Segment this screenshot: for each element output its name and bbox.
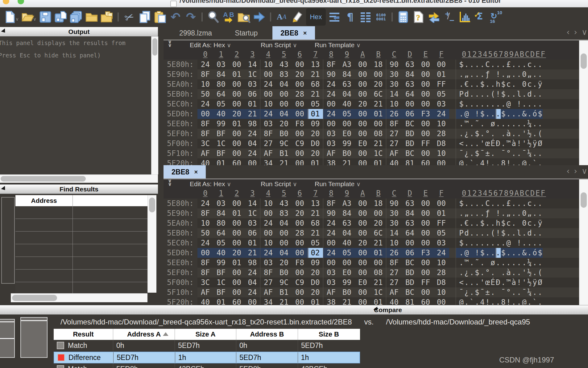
ascii-char[interactable]: . <box>485 89 490 99</box>
hex-byte[interactable]: 24 <box>323 218 339 228</box>
hex-byte[interactable]: 8F <box>386 258 402 268</box>
ascii-char[interactable]: . <box>480 69 485 79</box>
ascii-char[interactable]: . <box>474 158 480 165</box>
hex-byte[interactable]: 00 <box>292 109 308 119</box>
hex-byte[interactable]: 13 <box>308 60 323 69</box>
hex-byte[interactable]: 00 <box>355 218 371 228</box>
ascii-char[interactable]: . <box>532 60 537 69</box>
ascii-char[interactable]: . <box>485 99 490 109</box>
hex-byte[interactable]: 03 <box>260 258 276 268</box>
open-file-icon[interactable] <box>20 9 35 25</box>
ascii-char[interactable]: ™ <box>464 119 469 129</box>
hex-byte[interactable]: 8F <box>260 268 276 278</box>
ascii-char[interactable]: . <box>495 119 501 129</box>
ascii-char[interactable]: „ <box>527 208 532 218</box>
hex-byte[interactable]: 27 <box>386 129 402 139</box>
ascii-char[interactable]: ! <box>485 297 490 305</box>
hex-byte[interactable]: 20 <box>308 148 323 158</box>
hex-byte[interactable]: 00 <box>371 69 386 79</box>
hex-byte[interactable]: 00 <box>355 228 371 238</box>
hex-byte[interactable]: 00 <box>355 129 371 139</box>
ascii-char[interactable]: $ <box>459 60 464 69</box>
ascii-char[interactable]: c <box>506 218 511 228</box>
highlight-icon[interactable] <box>289 9 305 25</box>
hex-byte[interactable]: E0 <box>355 139 371 148</box>
hex-byte[interactable]: 63 <box>339 218 355 228</box>
hex-byte[interactable]: 00 <box>339 119 355 129</box>
ascii-char[interactable]: ø <box>490 119 495 129</box>
ascii-char[interactable]: . <box>464 139 469 148</box>
hex-byte[interactable]: 00 <box>355 248 371 258</box>
hex-byte[interactable]: 00 <box>355 158 371 165</box>
ascii-char[interactable]: É <box>490 139 495 148</box>
hex-byte[interactable]: 8F <box>260 129 276 139</box>
ascii-char[interactable]: . <box>501 129 506 139</box>
hex-byte[interactable]: 24 <box>323 248 339 258</box>
ascii-char[interactable]: ¿ <box>464 148 469 158</box>
collapse-arrow-icon[interactable] <box>1 186 7 192</box>
edit-as-dropdown[interactable]: Edit As: Hex ∨ <box>190 41 231 49</box>
ascii-char[interactable]: ¯ <box>522 287 527 297</box>
ascii-char[interactable]: . <box>469 69 474 79</box>
ascii-char[interactable]: . <box>490 99 495 109</box>
ascii-char[interactable]: . <box>495 158 501 165</box>
hex-byte[interactable]: 26 <box>386 109 402 119</box>
ascii-char[interactable]: . <box>527 297 532 305</box>
hex-byte[interactable]: 80 <box>213 79 229 89</box>
tab-2998.lzma[interactable]: 2998.lzma <box>171 26 220 40</box>
hex-byte[interactable]: 14 <box>245 199 260 208</box>
hex-byte[interactable]: 26 <box>386 248 402 258</box>
ascii-char[interactable]: . <box>537 287 543 297</box>
hex-byte[interactable]: 24 <box>260 218 276 228</box>
hex-byte[interactable]: C9 <box>292 278 308 287</box>
ascii-char[interactable]: . <box>469 89 474 99</box>
hex-byte[interactable]: 00 <box>355 297 371 305</box>
zoom-button[interactable] <box>18 0 24 4</box>
ascii-char[interactable]: . <box>537 297 543 305</box>
hex-byte[interactable]: 24 <box>197 238 213 248</box>
hex-byte[interactable]: 00 <box>418 129 433 139</box>
hex-byte[interactable]: FF <box>433 79 449 89</box>
ascii-char[interactable]: . <box>532 119 537 129</box>
hex-byte[interactable]: 01 <box>371 248 386 258</box>
hex-byte[interactable]: 00 <box>292 287 308 297</box>
ascii-char[interactable]: . <box>522 238 527 248</box>
hex-byte[interactable]: 20 <box>229 248 245 258</box>
hex-byte[interactable]: 24 <box>245 268 260 278</box>
hex-byte[interactable]: 8F <box>197 258 213 268</box>
hex-byte[interactable]: BC <box>402 119 418 129</box>
hex-byte[interactable]: 18 <box>371 199 386 208</box>
ascii-char[interactable]: . <box>511 158 516 165</box>
hex-byte[interactable]: 03 <box>260 119 276 129</box>
hex-byte[interactable]: 14 <box>386 228 402 238</box>
hex-byte[interactable]: 13 <box>308 199 323 208</box>
hex-byte[interactable]: 20 <box>355 238 371 248</box>
find-results-panel-titlebar[interactable]: Find Results <box>0 184 158 194</box>
hex-byte[interactable]: AF <box>260 148 276 158</box>
hex-byte[interactable]: 01 <box>213 297 229 305</box>
hex-byte[interactable]: 03 <box>433 99 449 109</box>
ascii-char[interactable]: P <box>459 228 464 238</box>
hex-byte[interactable]: BF <box>213 148 229 158</box>
hex-byte[interactable]: 60 <box>229 158 245 165</box>
hex-byte[interactable]: 63 <box>402 199 418 208</box>
ascii-char[interactable]: . <box>522 89 527 99</box>
ascii-char[interactable]: . <box>480 89 485 99</box>
hex-byte[interactable]: FF <box>418 139 433 148</box>
hex-byte[interactable]: 00 <box>229 199 245 208</box>
edit-as-dropdown[interactable]: Edit As: Hex ∨ <box>190 180 231 188</box>
hex-byte[interactable]: 01 <box>371 109 386 119</box>
ascii-char[interactable]: . <box>490 248 495 258</box>
hex-byte[interactable]: BC <box>402 258 418 268</box>
ascii-char[interactable]: $ <box>480 79 485 89</box>
hex-byte[interactable]: 00 <box>339 258 355 268</box>
ascii-char[interactable]: . <box>511 69 516 79</box>
ascii-char[interactable]: . <box>511 199 516 208</box>
ascii-char[interactable]: . <box>511 148 516 158</box>
ascii-char[interactable]: . <box>527 99 532 109</box>
hex-byte[interactable]: 6C <box>371 228 386 238</box>
hex-byte[interactable]: 27 <box>386 139 402 148</box>
ascii-char[interactable] <box>490 208 495 218</box>
ascii-char[interactable]: c <box>527 218 532 228</box>
ascii-char[interactable]: à <box>506 129 511 139</box>
